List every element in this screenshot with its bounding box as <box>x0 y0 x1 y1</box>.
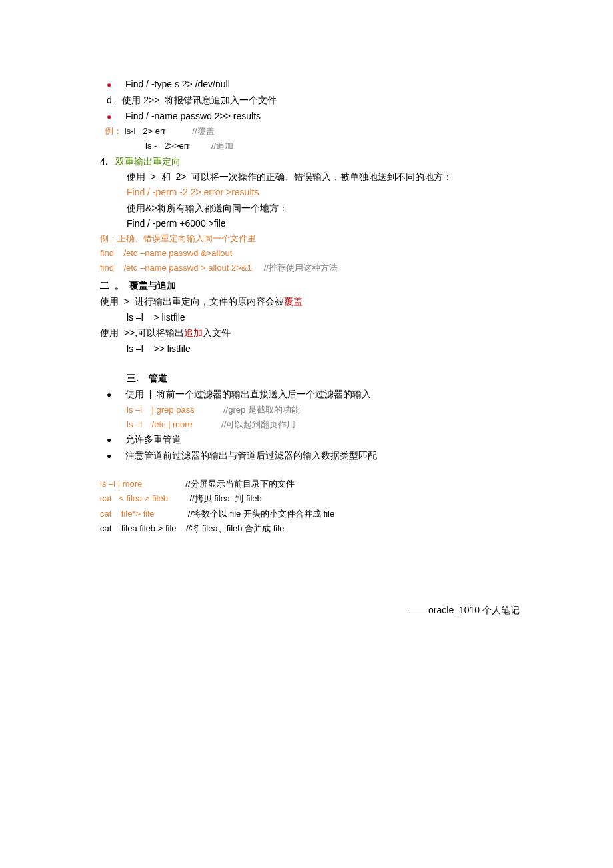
text-footer: ——oracle_1010 个人笔记 <box>410 605 520 615</box>
cmd-ls-grep: ls –l | grep pass <box>127 405 223 415</box>
line-item-4: 4. 双重输出重定向 <box>100 154 526 170</box>
cmd-ex-cat-ab: cat filea fileb > file <box>100 523 186 533</box>
footer-note: ——oracle_1010 个人笔记 <box>100 603 526 619</box>
text-ls-listfile-1: ls –l > listfile <box>127 312 185 323</box>
comment-ex-cat-merge: //将数个以 file 开头的小文件合并成 file <box>188 509 334 519</box>
text-append-word: 追加 <box>184 327 203 338</box>
text-pipe-usage: 使用 | 将前一个过滤器的输出直接送入后一个过滤器的输入 <box>125 389 371 399</box>
example-cmd-2: ls - 2>>err <box>145 141 211 151</box>
section-overwrite-append: 二 。 覆盖与追加 <box>100 278 526 294</box>
line-multi-pipe: 允许多重管道 <box>100 432 526 448</box>
line-find-etc-1: find /etc –name passwd &>allout <box>100 246 526 261</box>
text-multi-pipe: 允许多重管道 <box>125 434 181 445</box>
line-ex-cat-merge: cat file*> file //将数个以 file 开头的小文件合并成 fi… <box>100 507 526 521</box>
line-find-passwd: Find / -name passwd 2>> results <box>100 109 526 125</box>
cmd-ex-cat-copy: cat < filea > fileb <box>100 493 189 503</box>
line-pipe-note: 注意管道前过滤器的输出与管道后过滤器的输入数据类型匹配 <box>100 448 526 464</box>
line-explain-1: 使用 > 和 2> 可以将一次操作的正确、错误输入，被单独地送到不同的地方： <box>100 169 526 185</box>
spacer-2 <box>100 463 526 477</box>
line-explain-2: 使用&>将所有输入都送向同一个地方： <box>100 201 526 216</box>
example-comment-2: //追加 <box>211 141 233 151</box>
text-find-etc-1: find /etc –name passwd &>allout <box>100 248 232 258</box>
cmd-ex-cat-merge: cat file*> file <box>100 509 188 519</box>
text-find-types: Find / -type s 2> /dev/null <box>125 79 230 89</box>
line-item-d: d. 使用 2>> 将报错讯息追加入一个文件 <box>107 93 526 109</box>
line-ls-grep: ls –l | grep pass //grep 是截取的功能 <box>100 403 526 417</box>
text-append-post: 入文件 <box>203 327 231 338</box>
line-append: 使用 >>,可以将输出追加入文件 <box>100 325 526 341</box>
line-ex-cat-copy: cat < filea > fileb //拷贝 filea 到 fileb <box>100 491 526 506</box>
comment-ex-cat-ab: //将 filea、fileb 合并成 file <box>186 523 284 533</box>
text-append-pre: 使用 >>,可以将输出 <box>100 327 184 338</box>
line-example-both: 例：正确、错误重定向输入同一个文件里 <box>100 231 526 246</box>
line-example-2: ls - 2>>err //追加 <box>100 139 526 153</box>
line-find-perm: Find / -perm -2 2> error >results <box>100 185 526 200</box>
example-comment-1: //覆盖 <box>192 126 214 136</box>
line-ls-listfile-2: ls –l >> listfile <box>100 341 526 357</box>
line-ex-more: ls –l | more //分屏显示当前目录下的文件 <box>100 477 526 491</box>
line-find-types: Find / -type s 2> /dev/null <box>100 77 526 93</box>
text-dual-redirect: 双重输出重定向 <box>115 156 181 167</box>
comment-ex-cat-copy: //拷贝 filea 到 fileb <box>189 493 261 503</box>
text-find-etc-2: find /etc –name passwd > allout 2>&1 <box>100 263 264 273</box>
text-explain-1: 使用 > 和 2> 可以将一次操作的正确、错误输入，被单独地送到不同的地方： <box>127 171 452 182</box>
comment-more: //可以起到翻页作用 <box>221 419 295 429</box>
spacer-1 <box>100 357 526 371</box>
line-find-6000: Find / -perm +6000 >file <box>100 216 526 231</box>
line-example-1: 例： ls-l 2> err //覆盖 <box>100 124 526 139</box>
comment-ex-more: //分屏显示当前目录下的文件 <box>185 479 294 489</box>
line-ls-more: ls –l /etc | more //可以起到翻页作用 <box>100 417 526 432</box>
cmd-ls-more: ls –l /etc | more <box>127 419 221 429</box>
line-ls-listfile-1: ls –l > listfile <box>100 310 526 326</box>
section-pipe: 三. 管道 <box>100 371 526 387</box>
example-label: 例： <box>100 126 122 136</box>
line-find-etc-2: find /etc –name passwd > allout 2>&1 //推… <box>100 261 526 275</box>
text-recommend: //推荐使用这种方法 <box>264 263 338 273</box>
marker-4: 4. <box>100 156 115 167</box>
text-pipe-note: 注意管道前过滤器的输出与管道后过滤器的输入数据类型匹配 <box>125 450 377 461</box>
text-explain-2: 使用&>将所有输入都送向同一个地方： <box>127 203 288 213</box>
line-overwrite: 使用 > 进行输出重定向，文件的原内容会被覆盖 <box>100 294 526 310</box>
text-overwrite-pre: 使用 > 进行输出重定向，文件的原内容会被 <box>100 296 284 307</box>
comment-grep: //grep 是截取的功能 <box>223 405 300 415</box>
text-item-d: 使用 2>> 将报错讯息追加入一个文件 <box>122 95 277 105</box>
text-overwrite-word: 覆盖 <box>284 296 303 307</box>
heading-overwrite-append: 二 。 覆盖与追加 <box>100 280 176 291</box>
text-find-passwd: Find / -name passwd 2>> results <box>125 111 261 121</box>
text-find-6000: Find / -perm +6000 >file <box>127 218 226 229</box>
example-cmd-1: ls-l 2> err <box>122 126 192 136</box>
cmd-ex-more: ls –l | more <box>100 479 185 489</box>
heading-pipe: 三. 管道 <box>127 373 167 383</box>
text-find-perm: Find / -perm -2 2> error >results <box>127 187 259 197</box>
text-example-both: 例：正确、错误重定向输入同一个文件里 <box>100 233 256 243</box>
line-pipe-usage: 使用 | 将前一个过滤器的输出直接送入后一个过滤器的输入 <box>100 387 526 403</box>
line-ex-cat-ab: cat filea fileb > file //将 filea、fileb 合… <box>100 521 526 536</box>
text-ls-listfile-2: ls –l >> listfile <box>127 343 191 354</box>
marker-d: d. <box>107 95 122 105</box>
